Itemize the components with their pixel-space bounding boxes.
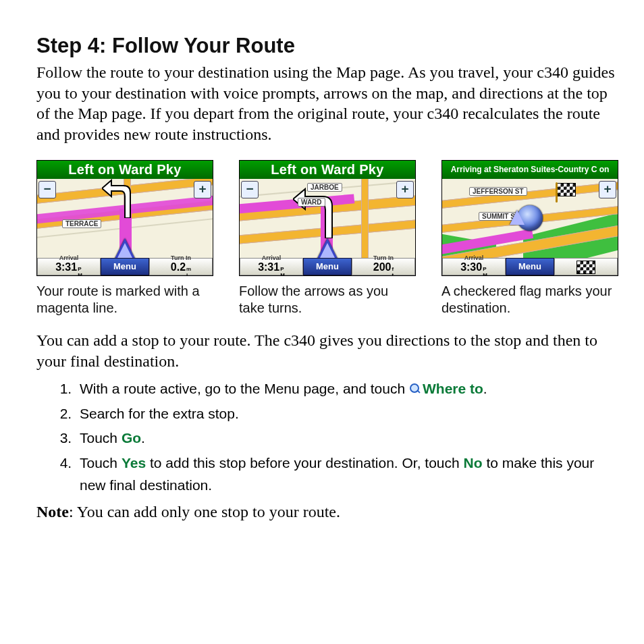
direction-bar: Arriving at Sheraton Suites-Country C on [442,161,618,179]
screenshot-caption: A checkered flag marks your destination. [441,283,618,317]
arrival-info[interactable]: Arrival 3:30PM [442,258,506,275]
menu-button[interactable]: Menu [303,258,352,275]
where-to-keyword: Where to [423,381,483,396]
device-screen: Left on Ward Pky TERRACE − + Arrival 3 [36,160,213,276]
map-area: TERRACE [37,179,213,258]
direction-bar: Left on Ward Pky [37,161,213,179]
page-title: Step 4: Follow Your Route [36,34,616,58]
screenshot-1: Left on Ward Pky TERRACE − + Arrival 3 [36,160,213,317]
menu-button[interactable]: Menu [506,258,554,275]
go-keyword: Go [122,430,141,446]
no-keyword: No [464,455,483,471]
destination-info[interactable] [554,258,618,275]
vehicle-cursor-icon [317,238,338,258]
steps-list: With a route active, go to the Menu page… [36,378,616,496]
turn-info[interactable]: Turn In 0.2mi [149,258,213,275]
zoom-in-button[interactable]: + [599,181,616,198]
step-2: Search for the extra stop. [76,403,616,425]
step-4: Touch Yes to add this stop before your d… [76,452,616,496]
zoom-out-button[interactable]: − [241,181,259,198]
magnifier-icon [409,383,421,395]
map-area: JEFFERSON ST SUMMIT ST [442,179,618,258]
direction-bar: Left on Ward Pky [240,161,415,179]
status-bar: Arrival 3:31PM Menu Turn In 200ft [240,258,415,275]
vehicle-cursor-icon [114,238,136,258]
screenshot-2: Left on Ward Pky JARBOE WARD − + Arrival [239,160,416,317]
status-bar: Arrival 3:30PM Menu [442,258,618,275]
screenshot-caption: Your route is marked with a magenta line… [36,283,213,317]
turn-info[interactable]: Turn In 200ft [352,258,415,275]
device-screen: Left on Ward Pky JARBOE WARD − + Arrival [239,160,416,276]
note-paragraph: Note: You can add only one stop to your … [36,503,616,521]
note-label: Note [36,503,69,520]
street-label: JEFFERSON ST [469,187,527,196]
screenshot-caption: Follow the arrows as you take turns. [239,283,416,317]
screenshot-row: Left on Ward Pky TERRACE − + Arrival 3 [36,160,616,317]
map-area: JARBOE WARD [240,179,415,258]
arrival-info[interactable]: Arrival 3:31PM [240,258,303,275]
street-label: TERRACE [62,219,101,228]
turn-arrow-icon [293,186,354,238]
street-label: WARD [298,198,325,207]
screenshot-3: Arriving at Sheraton Suites-Country C on… [441,160,618,317]
arrival-label: Arrival [59,255,79,261]
zoom-in-button[interactable]: + [396,181,414,198]
arrival-info[interactable]: Arrival 3:31PM [37,258,101,275]
step-3: Touch Go. [76,427,616,450]
street-label: JARBOE [307,183,342,192]
destination-flag-icon [557,183,576,196]
turn-arrow-icon [102,179,149,218]
status-bar: Arrival 3:31PM Menu Turn In 0.2mi [37,258,213,275]
checkered-flag-icon [576,261,595,274]
zoom-in-button[interactable]: + [194,181,211,198]
turn-label: Turn In [171,255,191,261]
mid-paragraph: You can add a stop to your route. The c3… [36,330,616,371]
zoom-out-button[interactable]: − [38,181,56,198]
vehicle-cursor-icon [517,205,543,231]
device-screen: Arriving at Sheraton Suites-Country C on… [441,160,618,276]
step-1: With a route active, go to the Menu page… [76,378,616,400]
intro-paragraph: Follow the route to your destination usi… [36,62,616,145]
yes-keyword: Yes [122,455,146,471]
menu-button[interactable]: Menu [101,258,149,275]
